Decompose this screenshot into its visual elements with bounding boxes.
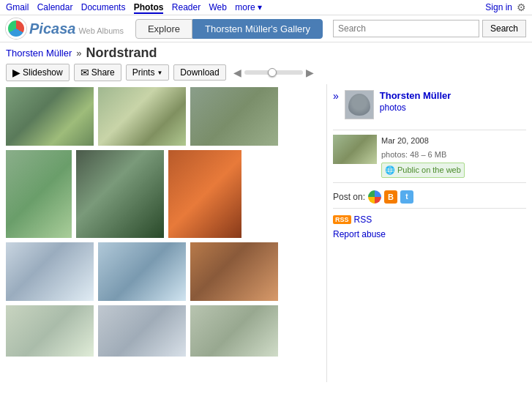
divider [333,130,526,130]
rss-icon: RSS [333,215,351,224]
avatar-image [348,94,370,116]
user-details: Thorsten Müller photos [380,90,452,113]
slideshow-icon: ▶ [12,67,20,78]
list-item[interactable] [76,150,164,238]
list-item[interactable] [190,87,278,146]
slider-thumb[interactable] [268,68,277,77]
list-item[interactable] [190,305,278,357]
top-nav-links: Gmail Calendar Documents Photos Reader W… [6,2,268,12]
user-name[interactable]: Thorsten Müller [380,90,452,101]
top-nav-right: Sign in ⚙ [485,1,526,13]
list-item[interactable] [98,242,186,301]
list-item[interactable] [6,150,72,238]
list-item[interactable] [6,87,94,146]
user-photos-link[interactable]: photos [380,102,452,113]
zoom-out-icon: ◀ [233,67,241,78]
blogger-share-icon[interactable]: B [384,190,397,204]
search-input[interactable] [333,20,479,37]
share-button[interactable]: ✉ Share [74,64,121,81]
share-label: Share [91,67,115,78]
list-item[interactable] [6,305,94,357]
list-item[interactable] [168,150,241,238]
share-icon: ✉ [80,67,89,78]
search-area: Search [333,20,526,37]
picasa-logo: Picasa Web Albums [6,18,124,39]
photo-row-3 [6,242,321,301]
sidebar: » Thorsten Müller photos Mar 20, 2008 ph… [327,84,532,382]
picasa-web-albums-text: Web Albums [78,26,124,35]
photo-row-4 [6,305,321,357]
prints-dropdown-icon: ▼ [157,70,162,76]
rss-label: RSS [354,215,372,225]
album-thumb-image [333,135,377,164]
avatar [345,90,374,119]
twitter-share-icon[interactable]: t [400,190,413,204]
download-label: Download [180,67,219,78]
slideshow-label: Slideshow [23,67,63,78]
album-info: Mar 20, 2008 photos: 48 – 6 MB 🌐 Public … [333,135,526,178]
settings-icon[interactable]: ⚙ [517,1,526,13]
sidebar-expand-icon[interactable]: » [333,90,339,102]
album-title: Nordstrand [86,45,157,61]
breadcrumb-user-link[interactable]: Thorsten Müller [6,48,72,59]
slideshow-button[interactable]: ▶ Slideshow [6,64,70,81]
list-item[interactable] [190,242,278,301]
search-button[interactable]: Search [482,20,526,37]
tab-gallery[interactable]: Thorsten Müller's Gallery [192,19,323,39]
picasa-logo-text: Picasa [29,20,75,37]
user-info: Thorsten Müller photos [345,90,452,119]
nav-calendar[interactable]: Calendar [37,2,73,12]
picasa-tabs: Explore Thorsten Müller's Gallery [135,19,323,39]
photos-grid [0,84,327,382]
nav-gmail[interactable]: Gmail [6,2,29,12]
signin-link[interactable]: Sign in [485,2,512,12]
zoom-slider[interactable]: ◀ ▶ [233,67,314,78]
photo-row-2 [6,150,321,238]
post-on-label: Post on: [333,192,365,202]
toolbar: ▶ Slideshow ✉ Share Prints ▼ Download ◀ … [0,62,532,84]
report-abuse-link[interactable]: Report abuse [333,229,526,239]
main-content: » Thorsten Müller photos Mar 20, 2008 ph… [0,84,532,382]
picasa-header: Picasa Web Albums Explore Thorsten Mülle… [0,15,532,42]
google-share-icon[interactable] [368,190,381,204]
nav-more[interactable]: more ▾ [235,2,262,12]
nav-web[interactable]: Web [209,2,227,12]
list-item[interactable] [98,87,186,146]
rss-link[interactable]: RSS RSS [333,215,526,225]
download-button[interactable]: Download [173,64,225,81]
divider-3 [333,208,526,209]
prints-button[interactable]: Prints ▼ [126,64,170,81]
prints-label: Prints [132,67,155,78]
tab-explore[interactable]: Explore [135,19,192,39]
photo-row-1 [6,87,321,146]
top-nav-bar: Gmail Calendar Documents Photos Reader W… [0,0,532,15]
post-on-section: Post on: B t [333,190,526,204]
public-badge: 🌐 Public on the web [381,163,465,178]
breadcrumb-separator: » [76,48,81,59]
nav-reader[interactable]: Reader [172,2,201,12]
divider-2 [333,182,526,183]
slider-track[interactable] [244,70,303,75]
zoom-in-icon: ▶ [306,67,314,78]
breadcrumb: Thorsten Müller » Nordstrand [0,42,532,62]
globe-icon: 🌐 [385,164,395,176]
list-item[interactable] [98,305,186,357]
nav-photos[interactable]: Photos [134,2,164,14]
picasa-logo-icon [6,18,26,39]
nav-documents[interactable]: Documents [81,2,126,12]
album-thumbnail[interactable] [333,135,377,164]
visibility-label: Public on the web [397,164,461,176]
list-item[interactable] [6,242,94,301]
